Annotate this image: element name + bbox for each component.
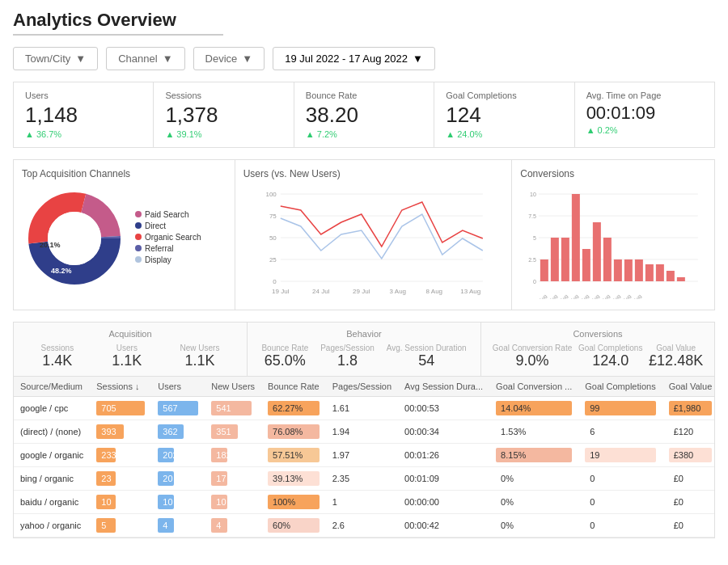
col-users[interactable]: Users [151, 377, 205, 397]
channel-filter[interactable]: Channel ▼ [106, 47, 184, 70]
legend-organic-search: Organic Search [135, 233, 201, 242]
cell-goal-conv: 14.04% [489, 396, 578, 420]
cell-bounce-rate: 62.27% [261, 396, 326, 420]
svg-text:0: 0 [533, 279, 536, 285]
filters-bar: Town/City ▼ Channel ▼ Device ▼ 19 Jul 20… [13, 47, 715, 70]
cell-source: google / cpc [14, 396, 90, 420]
direct-label: Direct [145, 221, 166, 230]
cell-goal-value: £120 [662, 420, 714, 443]
users-metric-value: 1.1K [112, 352, 142, 369]
col-goal-comp[interactable]: Goal Completions [578, 377, 662, 397]
svg-rect-33 [551, 238, 559, 281]
cell-sessions: 233 [90, 443, 151, 466]
organic-label: Organic Search [145, 233, 201, 242]
goal-value-value: £12.48K [649, 352, 703, 369]
col-bounce-rate[interactable]: Bounce Rate [261, 377, 326, 397]
cell-pages-session: 1.97 [326, 443, 398, 466]
acquisition-chart-panel: Top Acquisition Channels [14, 160, 235, 310]
goal-comp-metric: Goal Completions 124.0 [578, 344, 642, 369]
donut-label-organic: 30.9% [69, 291, 90, 299]
cell-users: 202 [151, 443, 205, 466]
conversions-summary: Conversions Goal Conversion Rate 9.0% Go… [481, 323, 714, 376]
cell-new-users: 541 [205, 396, 261, 420]
svg-text:7.5: 7.5 [528, 213, 536, 219]
cell-source: (direct) / (none) [14, 420, 90, 443]
svg-rect-35 [572, 194, 580, 281]
avg-session-label: Avg. Session Duration [387, 344, 467, 352]
town-city-filter[interactable]: Town/City ▼ [13, 47, 98, 70]
svg-text:17 Aug: 17 Aug [534, 293, 548, 299]
cell-goal-comp: 0 [578, 513, 662, 537]
conversions-metrics: Goal Conversion Rate 9.0% Goal Completio… [489, 344, 706, 369]
kpi-bounce-rate: Bounce Rate 38.20 7.2% [294, 82, 434, 147]
charts-row: Top Acquisition Channels [13, 159, 715, 310]
town-city-arrow: ▼ [75, 53, 86, 65]
table-body: google / cpc 705 567 541 62.27% 1.61 00:… [14, 396, 714, 537]
svg-text:8 Aug: 8 Aug [425, 288, 442, 295]
line-chart-svg: 100 75 50 25 0 19 Jul 24 Jul 29 Jul 3 Au… [243, 186, 504, 299]
col-sessions[interactable]: Sessions ↓ [90, 377, 151, 397]
col-new-users[interactable]: New Users [205, 377, 261, 397]
cell-avg-session: 00:00:34 [398, 420, 489, 443]
cell-goal-value: £0 [662, 513, 714, 537]
svg-text:0: 0 [273, 278, 277, 285]
kpi-avg-time-change: 0.2% [586, 125, 703, 135]
svg-rect-45 [677, 277, 685, 281]
kpi-bounce-change: 7.2% [306, 129, 422, 139]
page-title: Analytics Overview [13, 10, 715, 31]
svg-text:10: 10 [530, 192, 536, 197]
date-range-filter[interactable]: 19 Jul 2022 - 17 Aug 2022 ▼ [273, 47, 435, 70]
sessions-metric-value: 1.4K [41, 352, 74, 369]
paid-search-label: Paid Search [145, 210, 188, 219]
up-arrow-icon [586, 125, 598, 135]
svg-text:2.5: 2.5 [528, 257, 536, 263]
bounce-rate-metric-value: 65.0% [261, 352, 308, 369]
cell-goal-value: £0 [662, 466, 714, 490]
display-label: Display [145, 255, 171, 264]
legend-referral: Referral [135, 244, 201, 253]
data-table-section: Acquisition Sessions 1.4K Users 1.1K New… [13, 322, 715, 538]
kpi-avg-time: Avg. Time on Page 00:01:09 0.2% [575, 82, 714, 147]
kpi-goal-completions: Goal Completions 124 24.0% [434, 82, 574, 147]
cell-goal-value: £1,980 [662, 396, 714, 420]
up-arrow-icon [25, 129, 36, 139]
col-avg-session[interactable]: Avg Session Dura... [398, 377, 489, 397]
svg-text:8 Aug: 8 Aug [609, 293, 621, 299]
table-row: google / organic 233 202 182 57.51% 1.97… [14, 443, 714, 466]
acquisition-summary-label: Acquisition [22, 329, 239, 339]
cell-avg-session: 00:00:53 [398, 396, 489, 420]
cell-goal-value: £0 [662, 490, 714, 513]
cell-source: bing / organic [14, 466, 90, 490]
device-label: Device [205, 53, 238, 65]
cell-sessions: 10 [90, 490, 151, 513]
col-source[interactable]: Source/Medium [14, 377, 90, 397]
sessions-metric-label: Sessions [41, 344, 74, 352]
col-goal-value[interactable]: Goal Value [662, 377, 714, 397]
cell-goal-conv: 8.15% [489, 443, 578, 466]
cell-pages-session: 2.35 [326, 466, 398, 490]
cell-new-users: 351 [205, 420, 261, 443]
svg-text:24 Jul: 24 Jul [312, 288, 330, 295]
svg-text:50: 50 [269, 234, 277, 242]
cell-bounce-rate: 60% [261, 513, 326, 537]
sessions-metric: Sessions 1.4K [41, 344, 74, 369]
new-users-metric-label: New Users [180, 344, 220, 352]
goal-conv-value: 9.0% [493, 352, 572, 369]
svg-text:75: 75 [269, 213, 277, 220]
device-filter[interactable]: Device ▼ [193, 47, 265, 70]
kpi-users-value: 1,148 [25, 103, 142, 127]
col-goal-conv[interactable]: Goal Conversion ... [489, 377, 578, 397]
users-metric: Users 1.1K [112, 344, 142, 369]
cell-avg-session: 00:01:09 [398, 466, 489, 490]
svg-rect-32 [540, 259, 548, 281]
behavior-summary: Behavior Bounce Rate 65.0% Pages/Session… [248, 323, 481, 376]
svg-rect-42 [645, 264, 654, 281]
channel-arrow: ▼ [163, 53, 173, 65]
conversions-chart-panel: Conversions 10 7.5 5 2.5 0 [512, 160, 714, 310]
svg-rect-36 [582, 249, 590, 281]
col-pages-session[interactable]: Pages/Session [326, 377, 398, 397]
kpi-avg-time-value: 00:01:09 [586, 103, 703, 123]
table-summary-header: Acquisition Sessions 1.4K Users 1.1K New… [14, 323, 714, 377]
channel-label: Channel [118, 53, 157, 65]
avg-session-value: 54 [387, 352, 467, 369]
